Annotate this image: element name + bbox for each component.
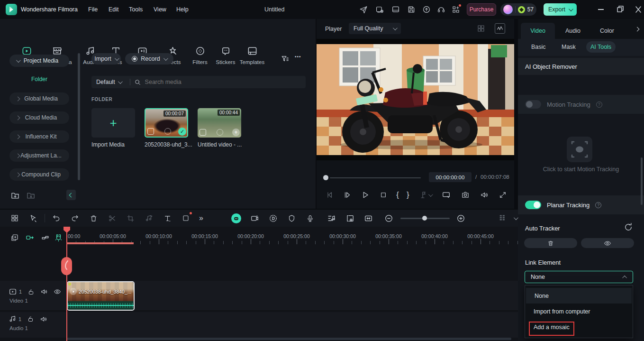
lock-icon[interactable] bbox=[27, 288, 35, 295]
add-to-timeline-button[interactable]: + bbox=[232, 129, 240, 136]
redo-icon[interactable] bbox=[68, 211, 82, 225]
subtab-mask[interactable]: Mask bbox=[562, 44, 576, 50]
tab-audio[interactable]: Audio bbox=[556, 23, 590, 39]
link-element-select[interactable]: None bbox=[525, 271, 633, 283]
snapshot-button[interactable] bbox=[460, 188, 471, 202]
mute-icon[interactable] bbox=[40, 288, 48, 295]
support-icon[interactable] bbox=[437, 5, 445, 15]
timeline-scrollbar[interactable] bbox=[67, 338, 511, 340]
nav-stickers[interactable]: Stickers bbox=[210, 46, 241, 65]
shield-icon[interactable] bbox=[285, 211, 299, 225]
tracking-target-icon[interactable] bbox=[567, 137, 592, 162]
close-button[interactable] bbox=[632, 5, 644, 14]
sidebar-item-global-media[interactable]: Global Media bbox=[9, 92, 69, 105]
timeline-zoom-slider[interactable] bbox=[400, 215, 450, 221]
split-icon[interactable] bbox=[105, 211, 119, 225]
playhead-marker-badge[interactable] bbox=[61, 257, 72, 275]
sidebar-item-cloud-media[interactable]: Cloud Media bbox=[9, 111, 69, 124]
layout-icon[interactable] bbox=[391, 5, 400, 15]
show-track-button[interactable] bbox=[581, 238, 634, 248]
menu-tools[interactable]: Tools bbox=[129, 6, 143, 13]
audio-mixer-icon[interactable] bbox=[325, 211, 339, 225]
panel-layout-icon[interactable] bbox=[8, 211, 22, 225]
beat-detect-icon[interactable] bbox=[142, 211, 156, 225]
import-media-tile[interactable]: + bbox=[91, 108, 135, 138]
export-button[interactable]: Export bbox=[544, 3, 577, 16]
lock-icon[interactable] bbox=[27, 315, 34, 323]
mute-icon[interactable] bbox=[40, 315, 47, 323]
upload-icon[interactable] bbox=[422, 5, 431, 15]
zoom-in-icon[interactable] bbox=[454, 211, 468, 225]
quality-dropdown[interactable]: Full Quality bbox=[349, 23, 401, 34]
player-seekbar[interactable] bbox=[323, 174, 421, 181]
sidebar-item-project-media[interactable]: Project Media bbox=[9, 55, 69, 67]
minimize-button[interactable] bbox=[594, 5, 608, 14]
menu-option-import-from-computer[interactable]: Import from computer bbox=[525, 304, 633, 319]
stop-button[interactable] bbox=[378, 188, 389, 202]
tab-video[interactable]: Video bbox=[521, 23, 555, 39]
zoom-out-icon[interactable] bbox=[382, 211, 396, 225]
menu-file[interactable]: File bbox=[88, 6, 98, 13]
purchase-button[interactable]: Purchase bbox=[467, 3, 496, 16]
sidebar-item-adjustment-layer[interactable]: Adjustment La... bbox=[9, 149, 69, 162]
menu-view[interactable]: View bbox=[154, 6, 166, 13]
search-input[interactable] bbox=[145, 79, 306, 85]
seek-handle[interactable] bbox=[323, 175, 328, 180]
delete-track-button[interactable] bbox=[524, 238, 577, 248]
speed-icon[interactable] bbox=[266, 211, 281, 225]
select-tool-icon[interactable] bbox=[26, 211, 40, 225]
more-tools-icon[interactable]: » bbox=[199, 214, 203, 222]
auto-ripple-icon[interactable] bbox=[23, 230, 37, 245]
split-view-icon[interactable] bbox=[477, 24, 485, 34]
ai-camera-icon[interactable] bbox=[248, 211, 262, 225]
voiceover-icon[interactable] bbox=[303, 211, 317, 225]
rename-track-icon[interactable] bbox=[38, 230, 52, 245]
ai-assistant-icon[interactable] bbox=[229, 211, 244, 225]
section-ai-object-remover[interactable]: AI Object Remover bbox=[518, 58, 644, 75]
add-to-track-icon[interactable] bbox=[8, 230, 22, 245]
new-folder-icon[interactable] bbox=[10, 191, 20, 202]
import-dropdown[interactable]: Import bbox=[91, 53, 121, 65]
display-device-button[interactable] bbox=[441, 188, 452, 202]
undo-icon[interactable] bbox=[49, 211, 63, 225]
fit-timeline-icon[interactable] bbox=[362, 211, 376, 225]
crop-icon[interactable] bbox=[123, 211, 137, 225]
tab-color[interactable]: Color bbox=[590, 23, 624, 39]
device-icon[interactable] bbox=[375, 5, 384, 15]
restore-button[interactable] bbox=[613, 5, 626, 14]
menu-edit[interactable]: Edit bbox=[109, 6, 119, 13]
subtab-basic[interactable]: Basic bbox=[531, 44, 546, 50]
planar-tracking-toggle[interactable] bbox=[525, 201, 541, 209]
mark-out-button[interactable]: } bbox=[407, 190, 409, 200]
filter-icon[interactable] bbox=[281, 55, 290, 65]
media-item-video2[interactable]: 00:00:44 + bbox=[198, 108, 241, 138]
track-manager-chevron-icon[interactable] bbox=[514, 215, 518, 220]
mark-in-button[interactable]: { bbox=[396, 190, 399, 200]
video-preview[interactable] bbox=[317, 44, 514, 155]
help-icon[interactable]: ? bbox=[596, 101, 602, 108]
collapse-sidebar-button[interactable] bbox=[66, 190, 76, 200]
menu-option-none[interactable]: None bbox=[526, 288, 632, 304]
zoom-slider-handle[interactable] bbox=[422, 216, 427, 221]
playhead-head[interactable] bbox=[63, 227, 70, 234]
sidebar-scrollbar[interactable] bbox=[78, 53, 80, 180]
hide-track-icon[interactable] bbox=[54, 288, 61, 295]
record-dropdown[interactable]: Record bbox=[125, 53, 173, 65]
previous-frame-button[interactable] bbox=[324, 188, 335, 202]
share-icon[interactable] bbox=[359, 5, 368, 15]
reset-tracker-icon[interactable] bbox=[624, 222, 633, 233]
sidebar-item-compound-clip[interactable]: Compound Clip bbox=[9, 168, 69, 181]
screen-record-icon[interactable] bbox=[179, 211, 193, 225]
more-options-icon[interactable]: ••• bbox=[295, 54, 301, 59]
play-button[interactable] bbox=[360, 188, 371, 202]
next-frame-button[interactable] bbox=[342, 188, 353, 202]
marker-button[interactable] bbox=[417, 188, 433, 202]
sort-dropdown[interactable]: Default bbox=[91, 79, 126, 85]
avatar[interactable] bbox=[503, 5, 513, 14]
properties-scrollbar[interactable] bbox=[641, 157, 643, 205]
motion-tracking-toggle[interactable] bbox=[525, 100, 541, 109]
sidebar-item-influence-kit[interactable]: Influence Kit bbox=[9, 130, 69, 143]
media-item-video1[interactable]: 00:00:07 ✓ bbox=[145, 108, 188, 138]
account-pill[interactable]: 57 bbox=[500, 3, 536, 16]
add-text-icon[interactable] bbox=[160, 211, 174, 225]
